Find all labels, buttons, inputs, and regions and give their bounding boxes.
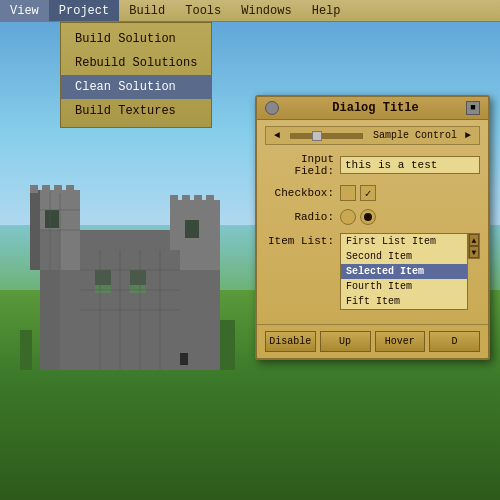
d-button[interactable]: D: [429, 331, 480, 352]
svg-rect-29: [194, 195, 202, 203]
menu-item-windows[interactable]: Windows: [231, 0, 301, 21]
svg-rect-10: [95, 285, 111, 293]
radio-label: Radio:: [265, 211, 340, 223]
slider-left-label: ◄: [270, 130, 284, 141]
dropdown-item-build-textures[interactable]: Build Textures: [61, 99, 211, 123]
input-field-control: [340, 156, 480, 174]
dialog-title-icon: [265, 101, 279, 115]
svg-rect-28: [182, 195, 190, 203]
dialog-body: ◄ Sample Control ► Input Field: Checkbox…: [257, 120, 488, 324]
dropdown-item-clean-solution[interactable]: Clean Solution: [61, 75, 211, 99]
list-scrollbar: ▲ ▼: [468, 233, 480, 259]
menu-item-tools[interactable]: Tools: [175, 0, 231, 21]
input-field-row: Input Field:: [265, 153, 480, 177]
sample-control-row: ◄ Sample Control ►: [265, 126, 480, 145]
item-list-row: Item List: First List Item Second Item S…: [265, 233, 480, 310]
svg-rect-24: [42, 185, 50, 193]
dialog-title: Dialog Title: [285, 101, 466, 115]
dialog-close-button[interactable]: ■: [466, 101, 480, 115]
scrollbar-down-button[interactable]: ▼: [469, 246, 479, 258]
menu-item-project[interactable]: Project: [49, 0, 119, 21]
radio-row: Radio:: [265, 209, 480, 225]
svg-rect-25: [54, 185, 62, 193]
hover-button[interactable]: Hover: [375, 331, 426, 352]
menu-item-build[interactable]: Build: [119, 0, 175, 21]
list-item-4[interactable]: Fourth Item: [341, 279, 467, 294]
svg-rect-23: [30, 185, 38, 193]
svg-rect-7: [185, 220, 199, 238]
item-list-container: First List Item Second Item Selected Ite…: [340, 233, 480, 310]
checkbox-label: Checkbox:: [265, 187, 340, 199]
game-character: [180, 353, 188, 365]
castle: [20, 170, 240, 370]
menu-item-help[interactable]: Help: [302, 0, 351, 21]
svg-rect-30: [206, 195, 214, 203]
list-item-2[interactable]: Second Item: [341, 249, 467, 264]
radio-button-1[interactable]: [340, 209, 356, 225]
up-button[interactable]: Up: [320, 331, 371, 352]
checkbox-row: Checkbox:: [265, 185, 480, 201]
svg-rect-11: [130, 285, 146, 293]
svg-rect-31: [20, 330, 32, 370]
slider-thumb[interactable]: [312, 131, 322, 141]
svg-rect-6: [45, 210, 59, 228]
menu-item-view[interactable]: View: [0, 0, 49, 21]
checkbox-1[interactable]: [340, 185, 356, 201]
item-list-label: Item List:: [265, 235, 340, 247]
item-list: First List Item Second Item Selected Ite…: [340, 233, 468, 310]
dialog-titlebar: Dialog Title ■: [257, 97, 488, 120]
slider-right-arrow[interactable]: ►: [461, 130, 475, 141]
svg-rect-26: [66, 185, 74, 193]
dialog-footer: Disable Up Hover D: [257, 324, 488, 358]
svg-rect-27: [170, 195, 178, 203]
svg-rect-32: [220, 320, 235, 370]
radio-group: [340, 209, 480, 225]
list-item-3[interactable]: Selected Item: [341, 264, 467, 279]
menubar: View Project Build Tools Windows Help: [0, 0, 500, 22]
project-dropdown: Build Solution Rebuild Solutions Clean S…: [60, 22, 212, 128]
dialog-panel: Dialog Title ■ ◄ Sample Control ► Input …: [255, 95, 490, 360]
input-field-label: Input Field:: [265, 153, 340, 177]
sample-control-label: Sample Control: [369, 130, 461, 141]
list-item-1[interactable]: First List Item: [341, 234, 467, 249]
input-field-input[interactable]: [340, 156, 480, 174]
checkbox-2[interactable]: [360, 185, 376, 201]
disable-button[interactable]: Disable: [265, 331, 316, 352]
scrollbar-up-button[interactable]: ▲: [469, 234, 479, 246]
dropdown-item-rebuild-solutions[interactable]: Rebuild Solutions: [61, 51, 211, 75]
dropdown-item-build-solution[interactable]: Build Solution: [61, 27, 211, 51]
checkbox-group: [340, 185, 480, 201]
slider-track[interactable]: [290, 133, 363, 139]
list-item-5[interactable]: Fift Item: [341, 294, 467, 309]
radio-button-2[interactable]: [360, 209, 376, 225]
